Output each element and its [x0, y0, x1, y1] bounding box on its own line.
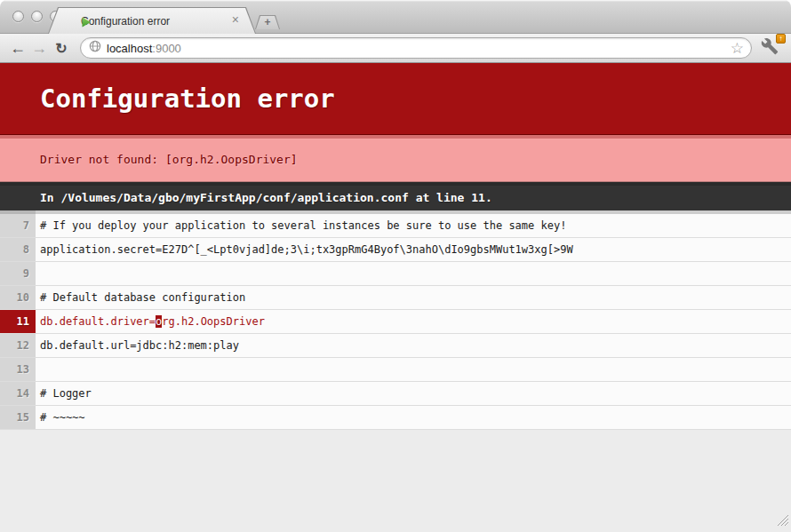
error-file-location: In /Volumes/Data/gbo/myFirstApp/conf/app… — [0, 182, 791, 210]
globe-icon — [89, 40, 101, 56]
tab-strip: Configuration error × + — [0, 0, 791, 34]
code-listing: 7# If you deploy your application to sev… — [0, 214, 791, 430]
line-number: 14 — [0, 382, 36, 405]
forward-button[interactable]: → — [28, 39, 50, 58]
window-resize-grip[interactable] — [777, 514, 789, 530]
code-line: 8application.secret=E27D^[_<Lpt0vjad]de;… — [0, 238, 791, 262]
line-code — [36, 262, 791, 285]
code-line: 7# If you deploy your application to sev… — [0, 214, 791, 238]
browser-toolbar: ← → ↻ localhost:9000 ☆ ↑ — [0, 34, 791, 63]
error-page-title: Configuration error — [0, 63, 791, 135]
line-number: 10 — [0, 286, 36, 309]
back-button[interactable]: ← — [7, 39, 28, 58]
code-line: 9 — [0, 262, 791, 286]
tab-title: Configuration error — [81, 15, 241, 28]
error-page: Configuration error Driver not found: [o… — [0, 63, 791, 532]
play-framework-favicon-icon — [81, 15, 92, 31]
line-code: db.default.url=jdbc:h2:mem:play — [36, 334, 791, 357]
line-number: 15 — [0, 406, 36, 429]
update-badge: ↑ — [776, 34, 786, 44]
code-line: 15# ~~~~~ — [0, 406, 791, 430]
line-code: # If you deploy your application to seve… — [36, 214, 791, 237]
page-footer — [0, 430, 791, 532]
line-number: 9 — [0, 262, 36, 285]
browser-window: Configuration error × + ← → ↻ localhost:… — [0, 0, 791, 532]
line-number: 11 — [0, 310, 36, 333]
wrench-icon — [761, 43, 779, 58]
url-host: localhost — [107, 42, 152, 55]
tab-close-icon[interactable]: × — [232, 13, 239, 26]
url-text[interactable]: localhost:9000 — [107, 42, 181, 55]
bookmark-star-icon[interactable]: ☆ — [731, 41, 744, 56]
window-close-button[interactable] — [12, 11, 24, 22]
tab-configuration-error[interactable]: Configuration error × — [49, 8, 255, 34]
line-number: 13 — [0, 358, 36, 381]
reload-button[interactable]: ↻ — [50, 40, 73, 57]
line-code: # Logger — [36, 382, 791, 405]
line-number: 7 — [0, 214, 36, 237]
line-number: 12 — [0, 334, 36, 357]
code-line: 12db.default.url=jdbc:h2:mem:play — [0, 334, 791, 358]
line-number: 8 — [0, 238, 36, 261]
url-port: :9000 — [152, 42, 181, 55]
window-minimize-button[interactable] — [31, 11, 43, 22]
line-code: # ~~~~~ — [36, 406, 791, 429]
error-detail-message: Driver not found: [org.h2.OopsDriver] — [0, 135, 791, 182]
menu-wrench-button[interactable]: ↑ — [761, 37, 784, 59]
line-code — [36, 358, 791, 381]
code-line: 14# Logger — [0, 382, 791, 406]
code-line: 10# Default database configuration — [0, 286, 791, 310]
code-line-error: 11db.default.driver=org.h2.OopsDriver — [0, 310, 791, 334]
line-code: db.default.driver=org.h2.OopsDriver — [36, 310, 791, 333]
address-bar[interactable]: localhost:9000 ☆ — [80, 37, 752, 59]
line-code: # Default database configuration — [36, 286, 791, 309]
code-line: 13 — [0, 358, 791, 382]
line-code: application.secret=E27D^[_<Lpt0vjad]de;3… — [36, 238, 791, 261]
